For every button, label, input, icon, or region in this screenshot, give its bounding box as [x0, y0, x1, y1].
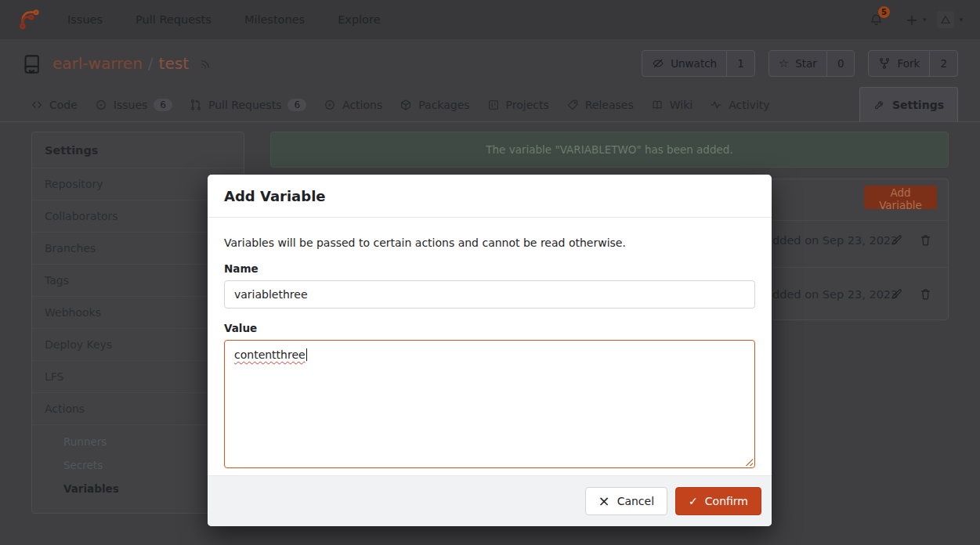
tag-icon — [566, 99, 579, 111]
tab-label: Wiki — [670, 99, 693, 111]
forgejo-logo-icon[interactable] — [17, 8, 41, 31]
pencil-icon — [890, 233, 903, 247]
star-button[interactable]: ☆ Star — [769, 51, 826, 76]
play-circle-icon — [324, 99, 336, 111]
forks-count[interactable]: 2 — [929, 51, 957, 76]
navbar-link-milestones[interactable]: Milestones — [244, 13, 305, 26]
tab-activity[interactable]: Activity — [701, 88, 778, 121]
fork-button-group: Fork 2 — [868, 50, 958, 77]
stars-count[interactable]: 0 — [826, 51, 855, 76]
tab-label: Packages — [418, 99, 469, 111]
repo-action-buttons: Unwatch 1 ☆ Star 0 Fork 2 — [642, 50, 958, 77]
tab-actions[interactable]: Actions — [315, 88, 391, 121]
star-label: Star — [795, 57, 817, 70]
trash-icon — [919, 287, 932, 301]
value-field-label: Value — [224, 322, 755, 334]
unwatch-button[interactable]: Unwatch — [642, 51, 726, 76]
variable-row-meta: dded on Sep 23, 2023 — [772, 288, 898, 301]
issue-icon — [95, 99, 107, 111]
notifications-button[interactable]: 5 — [869, 13, 884, 27]
check-icon: ✓ — [689, 496, 698, 507]
tab-projects[interactable]: Projects — [479, 88, 558, 121]
tab-wiki[interactable]: Wiki — [642, 88, 701, 121]
tab-releases[interactable]: Releases — [558, 88, 642, 121]
avatar-placeholder-icon — [939, 13, 952, 26]
confirm-button[interactable]: ✓ Confirm — [675, 487, 761, 515]
tab-packages[interactable]: Packages — [391, 88, 478, 121]
create-new-dropdown[interactable]: + ▾ — [906, 13, 926, 27]
modal-title: Add Variable — [224, 188, 326, 204]
text-cursor — [306, 348, 308, 361]
tab-label: Releases — [585, 99, 634, 111]
sidebar-title: Settings — [32, 132, 244, 168]
repo-title-separator: / — [148, 54, 154, 73]
tab-issues[interactable]: Issues 6 — [86, 88, 181, 121]
tab-pull-requests[interactable]: Pull Requests 6 — [181, 88, 315, 121]
unwatch-button-group: Unwatch 1 — [642, 50, 755, 77]
tab-label: Actions — [342, 99, 382, 111]
fork-button[interactable]: Fork — [869, 51, 929, 76]
value-textarea[interactable]: contentthree — [224, 340, 755, 468]
tab-label: Settings — [892, 99, 944, 111]
rss-icon[interactable] — [199, 57, 212, 70]
navbar-link-issues[interactable]: Issues — [67, 13, 103, 26]
cancel-button[interactable]: × Cancel — [585, 487, 668, 515]
modal-footer: × Cancel ✓ Confirm — [208, 475, 772, 526]
star-button-group: ☆ Star 0 — [768, 50, 855, 77]
modal-header: Add Variable — [208, 175, 772, 218]
edit-variable-button[interactable] — [890, 233, 903, 247]
tab-label: Code — [49, 99, 78, 111]
package-icon — [400, 99, 412, 111]
modal-description: Variables will be passed to certain acti… — [224, 236, 755, 249]
code-icon — [31, 99, 43, 111]
add-variable-modal: Add Variable Variables will be passed to… — [208, 175, 772, 526]
tab-label: Pull Requests — [208, 99, 281, 111]
edit-variable-button[interactable] — [890, 287, 903, 301]
modal-body: Variables will be passed to certain acti… — [208, 218, 772, 468]
pulse-icon — [710, 99, 722, 111]
chevron-down-icon: ▾ — [923, 16, 927, 23]
tab-label: Issues — [114, 99, 148, 111]
repo-owner-link[interactable]: earl-warren — [52, 54, 143, 73]
issues-count-badge: 6 — [154, 99, 172, 111]
project-board-icon — [487, 99, 500, 111]
repo-tab-bar: Code Issues 6 Pull Requests 6 Actions — [0, 88, 980, 122]
cancel-label: Cancel — [617, 495, 654, 507]
plus-icon: + — [906, 13, 918, 27]
tab-label: Projects — [506, 99, 549, 111]
navbar-right-group: 5 + ▾ ▾ — [869, 11, 963, 28]
star-icon: ☆ — [779, 58, 789, 70]
tab-label: Activity — [729, 99, 769, 111]
top-navbar: Issues Pull Requests Milestones Explore … — [0, 0, 980, 39]
unwatch-label: Unwatch — [671, 57, 717, 70]
pull-request-icon — [190, 99, 202, 111]
tab-settings-active[interactable]: Settings — [859, 87, 958, 121]
success-message-text: The variable "VARIABLETWO" has been adde… — [486, 143, 732, 156]
notification-count-badge: 5 — [878, 6, 890, 18]
eye-slash-icon — [652, 57, 664, 70]
name-field-label: Name — [224, 262, 755, 275]
navbar-link-explore[interactable]: Explore — [338, 13, 380, 26]
pencil-icon — [890, 287, 903, 301]
variable-row-meta: dded on Sep 23, 2023 — [772, 234, 898, 247]
tab-code[interactable]: Code — [22, 88, 86, 121]
close-icon: × — [598, 494, 610, 508]
repo-header: earl-warren / test Unwatch 1 — [0, 39, 980, 88]
chevron-down-icon: ▾ — [959, 16, 963, 23]
delete-variable-button[interactable] — [919, 233, 932, 247]
user-menu-dropdown[interactable]: ▾ — [937, 11, 963, 28]
avatar — [937, 11, 954, 28]
add-variable-button[interactable]: Add Variable — [864, 186, 937, 209]
book-icon — [651, 99, 664, 111]
repo-icon — [22, 53, 43, 74]
tools-icon — [873, 99, 886, 111]
name-input[interactable] — [224, 280, 755, 309]
resize-grip[interactable] — [744, 457, 753, 466]
row-divider — [772, 267, 948, 268]
navbar-link-pull-requests[interactable]: Pull Requests — [136, 13, 212, 26]
repo-name-link[interactable]: test — [159, 54, 189, 73]
repo-title: earl-warren / test — [52, 54, 189, 73]
trash-icon — [919, 233, 932, 247]
delete-variable-button[interactable] — [919, 287, 932, 301]
watchers-count[interactable]: 1 — [726, 51, 754, 76]
